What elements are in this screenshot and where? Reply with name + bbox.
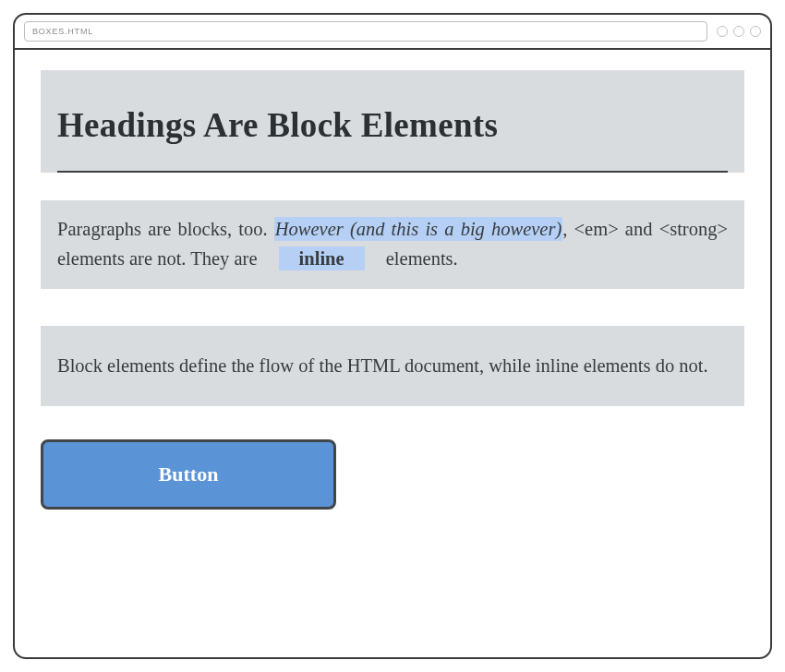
page-heading: Headings Are Block Elements <box>57 105 728 173</box>
browser-window: BOXES.HTML Headings Are Block Elements P… <box>13 13 772 659</box>
page-body: Headings Are Block Elements Paragraphs a… <box>41 70 744 510</box>
url-bar[interactable]: BOXES.HTML <box>24 21 707 42</box>
paragraph-2-block: Block elements define the flow of the HT… <box>41 326 744 407</box>
browser-titlebar: BOXES.HTML <box>15 15 770 50</box>
paragraph-1: Paragraphs are blocks, too. However (and… <box>57 215 728 274</box>
window-controls <box>717 26 761 37</box>
para1-strong-inline: inline <box>279 246 365 270</box>
heading-block: Headings Are Block Elements <box>41 70 744 173</box>
paragraph-2: Block elements define the flow of the HT… <box>57 352 728 381</box>
window-control-circle[interactable] <box>733 26 744 37</box>
paragraph-1-block: Paragraphs are blocks, too. However (and… <box>41 200 744 289</box>
url-text: BOXES.HTML <box>32 27 93 36</box>
para1-em-inline: However (and this is a big however) <box>274 217 563 241</box>
window-control-circle[interactable] <box>750 26 761 37</box>
para1-text-3: elements. <box>381 248 458 269</box>
window-control-circle[interactable] <box>717 26 728 37</box>
button-row: Button <box>41 439 744 510</box>
example-button[interactable]: Button <box>41 439 336 510</box>
viewport: Headings Are Block Elements Paragraphs a… <box>15 50 770 657</box>
para1-text-1: Paragraphs are blocks, too. <box>57 219 274 239</box>
